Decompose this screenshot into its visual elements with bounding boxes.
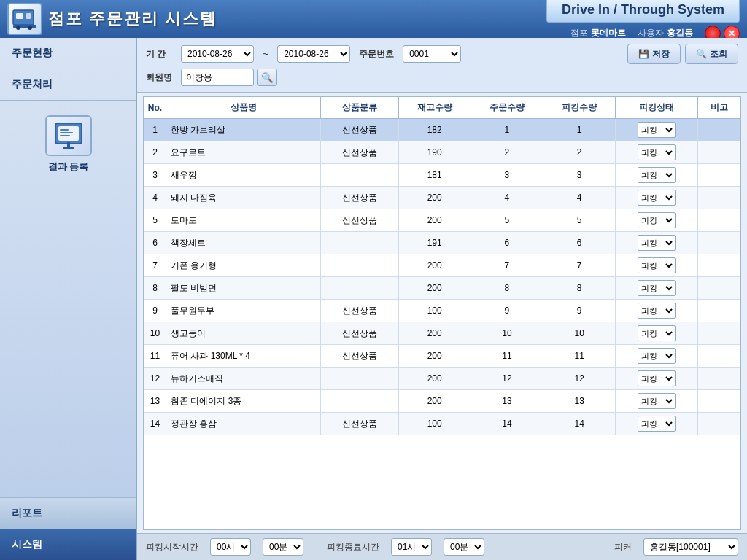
status-select[interactable]: 피킹: [638, 280, 676, 296]
cell-status[interactable]: 피킹: [616, 390, 698, 413]
table-row[interactable]: 14 정관장 홍삼 신선상품 100 14 14 피킹: [144, 413, 740, 435]
cell-status[interactable]: 피킹: [616, 141, 698, 164]
cell-no: 11: [144, 345, 166, 368]
sidebar-item-order-process[interactable]: 주문처리: [0, 69, 136, 101]
table-row[interactable]: 11 퓨어 사과 130ML * 4 신선상품 200 11 11 피킹: [144, 345, 740, 368]
status-select[interactable]: 피킹: [638, 393, 676, 409]
picker-select[interactable]: 홍길동[100001]: [643, 538, 738, 556]
cell-status[interactable]: 피킹: [616, 232, 698, 254]
result-register-box[interactable]: 결과 등록: [45, 115, 92, 174]
status-select[interactable]: 피킹: [638, 416, 676, 432]
cell-category: 신선상품: [321, 141, 398, 164]
cell-picking-qty: 11: [543, 345, 616, 368]
svg-rect-9: [60, 132, 73, 133]
picking-start-min[interactable]: 00분30분: [263, 538, 303, 556]
header: 점포 주문관리 시스템 Drive In / Through System 점포…: [0, 0, 747, 38]
cell-category: 신선상품: [321, 209, 398, 232]
status-select[interactable]: 피킹: [638, 348, 676, 364]
cell-status[interactable]: 피킹: [616, 254, 698, 277]
sidebar-icon-area: 결과 등록: [0, 101, 136, 497]
table-row[interactable]: 13 참존 디에이지 3종 200 13 13 피킹: [144, 390, 740, 413]
member-input[interactable]: [181, 69, 254, 86]
cell-note: [698, 345, 740, 368]
table-row[interactable]: 3 새우깡 181 3 3 피킹: [144, 164, 740, 187]
cell-picking-qty: 4: [543, 187, 616, 209]
cell-picking-qty: 10: [543, 322, 616, 345]
svg-rect-10: [60, 135, 70, 136]
status-select[interactable]: 피킹: [638, 122, 676, 138]
cell-order-qty: 14: [471, 413, 543, 435]
cell-order-qty: 8: [471, 277, 543, 300]
cell-no: 9: [144, 300, 166, 322]
table-row[interactable]: 4 돼지 다짐육 신선상품 200 4 4 피킹: [144, 187, 740, 209]
sidebar-item-report[interactable]: 리포트: [0, 497, 136, 529]
status-select[interactable]: 피킹: [638, 212, 676, 228]
sidebar-item-order-status[interactable]: 주문현황: [0, 38, 136, 69]
table-row[interactable]: 2 요구르트 신선상품 190 2 2 피킹: [144, 141, 740, 164]
cell-name: 한방 가브리살: [166, 119, 321, 141]
cell-order-qty: 1: [471, 119, 543, 141]
cell-status[interactable]: 피킹: [616, 368, 698, 390]
cell-no: 12: [144, 368, 166, 390]
cell-status[interactable]: 피킹: [616, 187, 698, 209]
status-select[interactable]: 피킹: [638, 167, 676, 183]
cell-no: 4: [144, 187, 166, 209]
cell-status[interactable]: 피킹: [616, 119, 698, 141]
table-row[interactable]: 6 책장세트 191 6 6 피킹: [144, 232, 740, 254]
cell-status[interactable]: 피킹: [616, 345, 698, 368]
save-button[interactable]: 💾 저장: [627, 44, 681, 64]
cell-order-qty: 3: [471, 164, 543, 187]
main-layout: 주문현황 주문처리 결과 등록 리포트: [0, 38, 747, 560]
status-select[interactable]: 피킹: [638, 325, 676, 341]
order-no-label: 주문번호: [359, 48, 394, 61]
cell-status[interactable]: 피킹: [616, 164, 698, 187]
cell-category: [321, 390, 398, 413]
toolbar-row-2: 회원명 🔍: [146, 69, 738, 86]
cell-stock: 200: [398, 368, 471, 390]
logo-title: 점포 주문관리 시스템: [48, 8, 217, 30]
cell-status[interactable]: 피킹: [616, 209, 698, 232]
cell-category: [321, 164, 398, 187]
status-select[interactable]: 피킹: [638, 257, 676, 273]
date-to-select[interactable]: 2010-08-26: [277, 45, 350, 63]
action-buttons: 💾 저장 🔍 조회: [627, 44, 738, 64]
member-search-button[interactable]: 🔍: [257, 69, 277, 86]
period-label: 기 간: [146, 48, 172, 61]
toolbar: 기 간 2010-08-26 ~ 2010-08-26 주문번호 0001 💾 …: [137, 38, 747, 93]
status-select[interactable]: 피킹: [638, 235, 676, 251]
cell-status[interactable]: 피킹: [616, 413, 698, 435]
cell-picking-qty: 9: [543, 300, 616, 322]
product-table: No. 상품명 상품분류 재고수량 주문수량 피킹수량 피킹상태 비고 1 한방…: [144, 96, 740, 435]
picking-end-min[interactable]: 00분30분: [444, 538, 484, 556]
picking-start-hour[interactable]: 00시01시02시: [210, 538, 251, 556]
cell-name: 토마토: [166, 209, 321, 232]
picker-label: 피커: [614, 541, 632, 553]
table-row[interactable]: 12 뉴하기스매직 200 12 12 피킹: [144, 368, 740, 390]
cell-status[interactable]: 피킹: [616, 300, 698, 322]
table-row[interactable]: 9 풀무원두부 신선상품 100 9 9 피킹: [144, 300, 740, 322]
view-button[interactable]: 🔍 조회: [685, 44, 738, 64]
cell-picking-qty: 7: [543, 254, 616, 277]
sidebar: 주문현황 주문처리 결과 등록 리포트: [0, 38, 137, 560]
cell-note: [698, 322, 740, 345]
table-row[interactable]: 10 생고등어 신선상품 200 10 10 피킹: [144, 322, 740, 345]
table-row[interactable]: 8 팔도 비빔면 200 8 8 피킹: [144, 277, 740, 300]
cell-status[interactable]: 피킹: [616, 322, 698, 345]
sidebar-item-system[interactable]: 시스템: [0, 529, 136, 560]
cell-order-qty: 5: [471, 209, 543, 232]
status-select[interactable]: 피킹: [638, 370, 676, 386]
table-row[interactable]: 1 한방 가브리살 신선상품 182 1 1 피킹: [144, 119, 740, 141]
status-select[interactable]: 피킹: [638, 303, 676, 319]
status-select[interactable]: 피킹: [638, 190, 676, 206]
cell-note: [698, 187, 740, 209]
table-row[interactable]: 7 기폰 용기형 200 7 7 피킹: [144, 254, 740, 277]
picking-end-hour[interactable]: 00시01시: [391, 538, 432, 556]
system-title: Drive In / Through System: [546, 0, 740, 23]
table-row[interactable]: 5 토마토 신선상품 200 5 5 피킹: [144, 209, 740, 232]
cell-status[interactable]: 피킹: [616, 277, 698, 300]
status-select[interactable]: 피킹: [638, 144, 676, 160]
svg-rect-8: [60, 129, 69, 131]
date-from-select[interactable]: 2010-08-26: [181, 45, 254, 63]
order-no-select[interactable]: 0001: [403, 45, 461, 63]
cell-category: [321, 277, 398, 300]
